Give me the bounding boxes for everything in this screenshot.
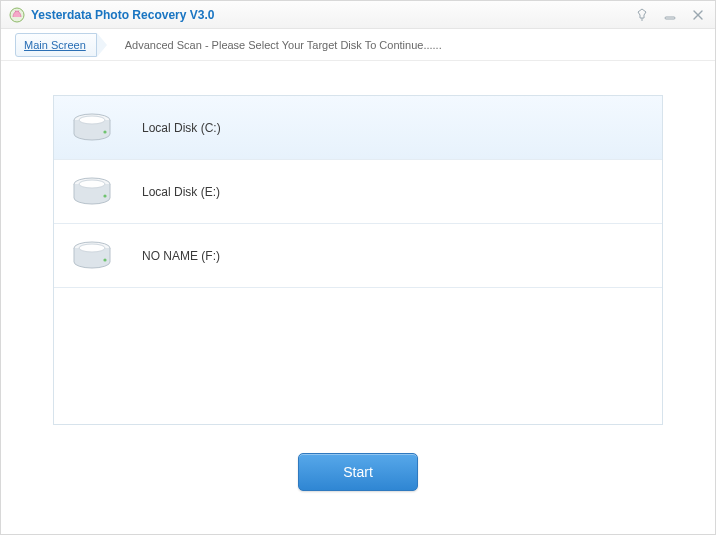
pin-button[interactable] bbox=[633, 6, 651, 24]
svg-point-11 bbox=[103, 258, 106, 261]
close-icon bbox=[691, 8, 705, 22]
hard-drive-icon bbox=[70, 238, 114, 274]
window-title: Yesterdata Photo Recovery V3.0 bbox=[31, 8, 633, 22]
main-area: Local Disk (C:) Local Disk (E:) bbox=[1, 61, 715, 534]
start-button[interactable]: Start bbox=[298, 453, 418, 491]
disk-row[interactable]: Local Disk (E:) bbox=[54, 160, 662, 224]
minimize-button[interactable] bbox=[661, 6, 679, 24]
svg-point-8 bbox=[103, 194, 106, 197]
hard-drive-icon bbox=[70, 110, 114, 146]
svg-rect-2 bbox=[665, 17, 675, 19]
breadcrumb-description: Advanced Scan - Please Select Your Targe… bbox=[125, 39, 442, 51]
app-icon bbox=[9, 7, 25, 23]
close-button[interactable] bbox=[689, 6, 707, 24]
svg-point-7 bbox=[79, 180, 105, 188]
titlebar: Yesterdata Photo Recovery V3.0 bbox=[1, 1, 715, 29]
disk-row[interactable]: Local Disk (C:) bbox=[54, 96, 662, 160]
disk-label: Local Disk (E:) bbox=[142, 185, 220, 199]
disk-list: Local Disk (C:) Local Disk (E:) bbox=[53, 95, 663, 425]
disk-label: Local Disk (C:) bbox=[142, 121, 221, 135]
pin-icon bbox=[635, 8, 649, 22]
hard-drive-icon bbox=[70, 174, 114, 210]
main-screen-link[interactable]: Main Screen bbox=[24, 39, 86, 51]
breadcrumb-main[interactable]: Main Screen bbox=[15, 33, 97, 57]
disk-row[interactable]: NO NAME (F:) bbox=[54, 224, 662, 288]
breadcrumb: Main Screen bbox=[15, 33, 107, 57]
disk-label: NO NAME (F:) bbox=[142, 249, 220, 263]
window-controls bbox=[633, 6, 707, 24]
svg-point-10 bbox=[79, 244, 105, 252]
button-bar: Start bbox=[53, 453, 663, 491]
svg-point-4 bbox=[79, 116, 105, 124]
minimize-icon bbox=[663, 8, 677, 22]
svg-point-5 bbox=[103, 130, 106, 133]
app-window: Yesterdata Photo Recovery V3.0 bbox=[0, 0, 716, 535]
chevron-right-icon bbox=[97, 33, 107, 57]
breadcrumb-bar: Main Screen Advanced Scan - Please Selec… bbox=[1, 29, 715, 61]
